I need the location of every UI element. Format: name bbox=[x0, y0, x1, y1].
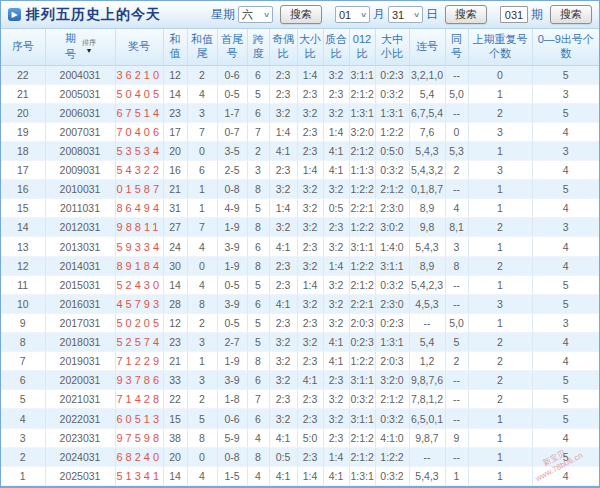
cell-prime-composite: 1:4 bbox=[323, 256, 349, 275]
cell-prev-repeat: 1 bbox=[468, 199, 532, 218]
cell-big-mid-small: 2:3:0 bbox=[375, 199, 409, 218]
cell-big-small: 2:3 bbox=[297, 390, 323, 409]
cell-issue: 2019031 bbox=[45, 352, 115, 371]
history-table: 序号 期号 排序 ▼ 奖号 和值 和值尾 首尾号 跨 bbox=[1, 29, 599, 486]
cell-same: 8 bbox=[445, 256, 468, 275]
cell-sum: 12 bbox=[163, 65, 187, 84]
cell-sum-tail: 7 bbox=[187, 122, 217, 141]
cell-sum: 20 bbox=[163, 447, 187, 466]
cell-index: 1 bbox=[1, 466, 45, 485]
cell-first-last: 0-6 bbox=[217, 65, 247, 84]
cell-prev-repeat: 3 bbox=[468, 294, 532, 313]
table-row: 132013031593342443-964:12:33:23:1:11:4:0… bbox=[1, 237, 599, 256]
cell-consecutive: 5,4,3 bbox=[409, 466, 445, 485]
issue-search-button[interactable]: 搜索 bbox=[550, 5, 592, 24]
col-same: 同号 bbox=[445, 29, 468, 65]
cell-prev-repeat: 1 bbox=[468, 428, 532, 447]
issue-label: 期 bbox=[531, 6, 543, 23]
cell-sum-tail: 1 bbox=[187, 180, 217, 199]
cell-prize: 89184 bbox=[115, 256, 163, 275]
cell-odd-even: 4:1 bbox=[269, 428, 297, 447]
cell-odd-even: 2:3 bbox=[269, 256, 297, 275]
cell-sum: 27 bbox=[163, 218, 187, 237]
cell-sum-tail: 0 bbox=[187, 256, 217, 275]
cell-big-mid-small: 0:3:2 bbox=[375, 161, 409, 180]
cell-prize: 68240 bbox=[115, 447, 163, 466]
search-controls: 星期 六 ∨ 搜索 01 ∨ 月 31 ∨ 日 搜索 bbox=[198, 5, 592, 24]
cell-sum: 30 bbox=[163, 256, 187, 275]
table-row: 172009031543221662-532:31:44:11:1:30:3:2… bbox=[1, 161, 599, 180]
table-row: 62020031937863333-963:24:12:33:1:13:2:09… bbox=[1, 371, 599, 390]
cell-consecutive: 7,6 bbox=[409, 122, 445, 141]
cell-prize: 01587 bbox=[115, 180, 163, 199]
col-sum: 和值 bbox=[163, 29, 187, 65]
cell-prime-composite: 1:4 bbox=[323, 122, 349, 141]
cell-sum-tail: 4 bbox=[187, 275, 217, 294]
col-digit-count: 0—9出号个数 bbox=[532, 29, 599, 65]
lottery-history-panel: ▶ 排列五历史上的今天 星期 六 ∨ 搜索 01 ∨ 月 31 ∨ bbox=[0, 0, 600, 488]
cell-prime-composite: 4:1 bbox=[323, 141, 349, 160]
cell-odd-even: 3:2 bbox=[269, 371, 297, 390]
cell-span: 6 bbox=[247, 237, 269, 256]
cell-issue: 2009031 bbox=[45, 161, 115, 180]
cell-zero-one-two: 1:1:3 bbox=[349, 161, 375, 180]
chevron-down-icon: ∨ bbox=[413, 11, 420, 19]
cell-zero-one-two: 2:1:2 bbox=[349, 141, 375, 160]
date-search-button[interactable]: 搜索 bbox=[445, 5, 487, 24]
issue-input[interactable] bbox=[500, 6, 528, 23]
table-row: 192007031704061770-771:42:31:43:2:01:2:2… bbox=[1, 122, 599, 141]
cell-zero-one-two: 2:1:2 bbox=[349, 428, 375, 447]
week-select[interactable]: 六 ∨ bbox=[238, 6, 273, 23]
cell-consecutive: -- bbox=[409, 313, 445, 332]
cell-span: 6 bbox=[247, 409, 269, 428]
cell-index: 8 bbox=[1, 333, 45, 352]
cell-prime-composite: 3:2 bbox=[323, 275, 349, 294]
col-issue-label: 期号 bbox=[64, 31, 77, 62]
cell-sum: 14 bbox=[163, 84, 187, 103]
cell-prize: 52574 bbox=[115, 333, 163, 352]
week-search-button[interactable]: 搜索 bbox=[280, 5, 322, 24]
cell-issue: 2021031 bbox=[45, 390, 115, 409]
cell-issue: 2018031 bbox=[45, 333, 115, 352]
cell-span: 4 bbox=[247, 428, 269, 447]
cell-issue: 2013031 bbox=[45, 237, 115, 256]
cell-consecutive: 5,4 bbox=[409, 84, 445, 103]
day-select[interactable]: 31 ∨ bbox=[388, 6, 423, 23]
cell-issue: 2024031 bbox=[45, 447, 115, 466]
cell-prize: 71229 bbox=[115, 352, 163, 371]
col-big-small: 大小比 bbox=[297, 29, 323, 65]
cell-big-small: 1:4 bbox=[297, 65, 323, 84]
cell-sum-tail: 2 bbox=[187, 313, 217, 332]
cell-prime-composite: 4:1 bbox=[323, 333, 349, 352]
cell-prize: 50205 bbox=[115, 313, 163, 332]
cell-sum-tail: 0 bbox=[187, 447, 217, 466]
cell-prev-repeat: 2 bbox=[468, 333, 532, 352]
cell-odd-even: 4:1 bbox=[269, 237, 297, 256]
cell-prime-composite: 4:1 bbox=[323, 161, 349, 180]
cell-same: 3 bbox=[445, 237, 468, 256]
cell-index: 7 bbox=[1, 352, 45, 371]
cell-span: 7 bbox=[247, 122, 269, 141]
cell-prime-composite: 3:2 bbox=[323, 180, 349, 199]
table-row: 42022031605131550-663:22:33:23:1:10:3:26… bbox=[1, 409, 599, 428]
table-row: 12025031513411441-544:11:44:11:3:10:3:25… bbox=[1, 466, 599, 485]
cell-index: 4 bbox=[1, 409, 45, 428]
sort-control[interactable]: 排序 ▼ bbox=[82, 39, 96, 54]
cell-zero-one-two: 1:2:2 bbox=[349, 180, 375, 199]
cell-issue: 2005031 bbox=[45, 84, 115, 103]
cell-index: 5 bbox=[1, 390, 45, 409]
cell-span: 6 bbox=[247, 294, 269, 313]
cell-consecutive: 9,8,7,6 bbox=[409, 371, 445, 390]
cell-digit-count: 4 bbox=[532, 333, 599, 352]
cell-odd-even: 2:3 bbox=[269, 313, 297, 332]
cell-prime-composite: 3:2 bbox=[323, 65, 349, 84]
day-label: 日 bbox=[426, 6, 438, 23]
cell-digit-count: 4 bbox=[532, 256, 599, 275]
month-select[interactable]: 01 ∨ bbox=[335, 6, 370, 23]
cell-odd-even: 2:3 bbox=[269, 161, 297, 180]
cell-same: 9 bbox=[445, 428, 468, 447]
cell-big-mid-small: 1:3:1 bbox=[375, 103, 409, 122]
cell-sum-tail: 3 bbox=[187, 103, 217, 122]
cell-sum: 22 bbox=[163, 390, 187, 409]
cell-index: 13 bbox=[1, 237, 45, 256]
